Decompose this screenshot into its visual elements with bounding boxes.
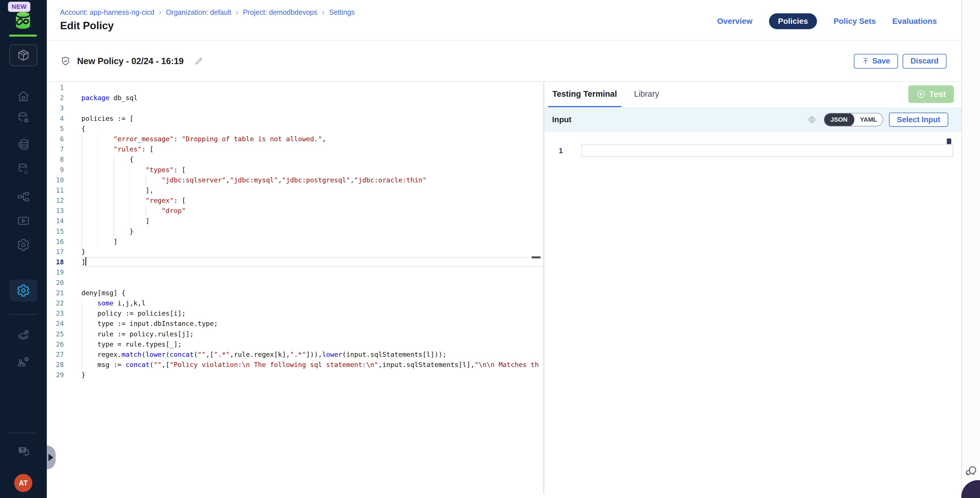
line-number: 25 (47, 329, 65, 339)
breadcrumb-link[interactable]: Settings (329, 8, 355, 16)
sidebar-item-databases[interactable] (0, 138, 47, 151)
code-line-26[interactable]: 26type = rule.types[_]; (47, 339, 544, 349)
sidebar-item-home[interactable] (0, 90, 47, 103)
sidebar-item-pipelines[interactable] (0, 190, 47, 203)
code-line-21[interactable]: 21deny[msg] { (47, 288, 544, 298)
code-line-1[interactable]: 1 (47, 83, 544, 93)
nav-overview[interactable]: Overview (717, 17, 752, 26)
edit-name-pencil-icon[interactable] (194, 57, 203, 66)
sidebar-item-db-instances[interactable] (0, 111, 47, 124)
tab-library[interactable]: Library (630, 82, 663, 107)
sidebar-item-help[interactable] (0, 445, 47, 458)
code-line-16[interactable]: 16] (47, 237, 544, 247)
sidebar-item-settings[interactable] (0, 238, 47, 251)
line-number: 24 (47, 318, 65, 329)
nav-policy-sets[interactable]: Policy Sets (834, 17, 876, 26)
layers-gear-icon (17, 329, 30, 342)
save-button[interactable]: Save (854, 54, 898, 68)
policy-toolbar: New Policy - 02/24 - 16:19 Save Discard (47, 41, 961, 82)
code-line-7[interactable]: 7"rules": [ (47, 144, 544, 154)
code-line-12[interactable]: 12"regex": [ (47, 196, 544, 205)
code-line-15[interactable]: 15} (47, 226, 544, 237)
code-line-17[interactable]: 17} (47, 247, 544, 257)
code-line-29[interactable]: 29} (47, 370, 544, 380)
line-number: 3 (47, 103, 65, 113)
harness-db-devops-logo[interactable] (13, 8, 33, 32)
format-option-yaml[interactable]: YAML (854, 113, 883, 126)
code-line-10[interactable]: 10"jdbc:sqlserver","jdbc:mysql","jdbc:po… (47, 175, 544, 185)
input-line-1[interactable]: 1 (544, 144, 961, 157)
policy-code-editor[interactable]: 12package db_sql34policies := [5{6"error… (47, 82, 544, 494)
nav-policies[interactable]: Policies (769, 13, 817, 29)
code-line-28[interactable]: 28msg := concat("",["Policy violation:\n… (47, 360, 544, 370)
code-line-24[interactable]: 24type := input.dbInstance.type; (47, 318, 544, 329)
format-toggle[interactable]: JSONYAML (824, 113, 883, 126)
select-input-button[interactable]: Select Input (889, 113, 948, 127)
line-number: 13 (47, 205, 65, 216)
sidebar-item-module-db-devops[interactable] (10, 44, 37, 66)
tab-testing-terminal[interactable]: Testing Terminal (548, 82, 621, 107)
code-line-19[interactable]: 19 (47, 267, 544, 277)
test-button[interactable]: Test (908, 85, 954, 103)
code-line-22[interactable]: 22some i,j,k,l (47, 298, 544, 308)
breadcrumb-link[interactable]: Organization: default (166, 8, 231, 16)
cube-icon (17, 48, 30, 62)
sidebar: NEW AT (0, 0, 47, 498)
format-option-json[interactable]: JSON (824, 113, 854, 126)
breadcrumb-separator: › (322, 8, 325, 17)
test-input-editor[interactable]: 1 (544, 144, 961, 157)
chat-widget-button[interactable] (961, 480, 980, 498)
code-line-6[interactable]: 6"error_message": "Dropping of table is … (47, 134, 544, 144)
line-number: 23 (47, 308, 65, 318)
sidebar-item-org-settings[interactable] (0, 355, 47, 368)
code-line-4[interactable]: 4policies := [ (47, 113, 544, 124)
new-badge: NEW (8, 2, 30, 12)
line-number: 20 (47, 278, 65, 288)
line-number: 12 (47, 196, 65, 205)
code-line-27[interactable]: 27regex.match(lower(concat("",[".*",rule… (47, 349, 544, 360)
input-active-line[interactable] (581, 144, 953, 157)
video-play-icon (17, 214, 30, 228)
code-line-13[interactable]: 13"drop" (47, 205, 544, 216)
discard-button[interactable]: Discard (903, 54, 947, 68)
sidebar-item-account-settings[interactable] (0, 329, 47, 342)
code-line-23[interactable]: 23policy := policies[i]; (47, 308, 544, 318)
database-gear-icon (17, 111, 30, 124)
line-number: 10 (47, 175, 65, 185)
workspace: 12package db_sql34policies := [5{6"error… (47, 82, 961, 494)
breadcrumb-separator: › (159, 8, 161, 17)
sidebar-item-db-data[interactable] (0, 162, 47, 175)
sidebar-item-executions[interactable] (0, 214, 47, 228)
play-circle-icon (916, 89, 926, 99)
sidebar-item-divider-1 (10, 314, 37, 315)
policy-name: New Policy - 02/24 - 16:19 (77, 56, 184, 66)
breadcrumb-link[interactable]: Account: app-harness-ng-cicd (60, 8, 154, 16)
code-line-11[interactable]: 11], (47, 185, 544, 196)
line-number: 7 (47, 144, 65, 154)
chat-bubbles-icon[interactable] (964, 463, 978, 477)
nav-evaluations[interactable]: Evaluations (892, 17, 937, 26)
line-number: 19 (47, 267, 65, 277)
input-header: Input JSONYAML Select Input (544, 107, 961, 132)
code-line-2[interactable]: 2package db_sql (47, 93, 544, 103)
gear-icon (17, 284, 30, 297)
page-header: Account: app-harness-ng-cicd›Organizatio… (47, 0, 961, 41)
code-line-8[interactable]: 8{ (47, 154, 544, 164)
cursor-overview-marker (532, 256, 541, 258)
code-line-14[interactable]: 14] (47, 216, 544, 226)
line-number: 26 (47, 339, 65, 349)
breadcrumb-link[interactable]: Project: demodbdevops (243, 8, 318, 16)
line-number: 15 (47, 226, 65, 237)
avatar[interactable]: AT (14, 474, 32, 492)
code-line-5[interactable]: 5{ (47, 124, 544, 134)
code-line-9[interactable]: 9"types": [ (47, 165, 544, 175)
database-stack-icon (17, 138, 30, 151)
code-line-3[interactable]: 3 (47, 103, 544, 113)
sidebar-item-project-settings[interactable] (10, 279, 37, 301)
line-number: 1 (47, 83, 65, 93)
page-title: Edit Policy (60, 20, 114, 32)
code-line-25[interactable]: 25rule := policy.rules[j]; (47, 329, 544, 339)
line-number: 22 (47, 298, 65, 308)
code-line-18[interactable]: 18] (47, 257, 544, 267)
code-line-20[interactable]: 20 (47, 278, 544, 288)
